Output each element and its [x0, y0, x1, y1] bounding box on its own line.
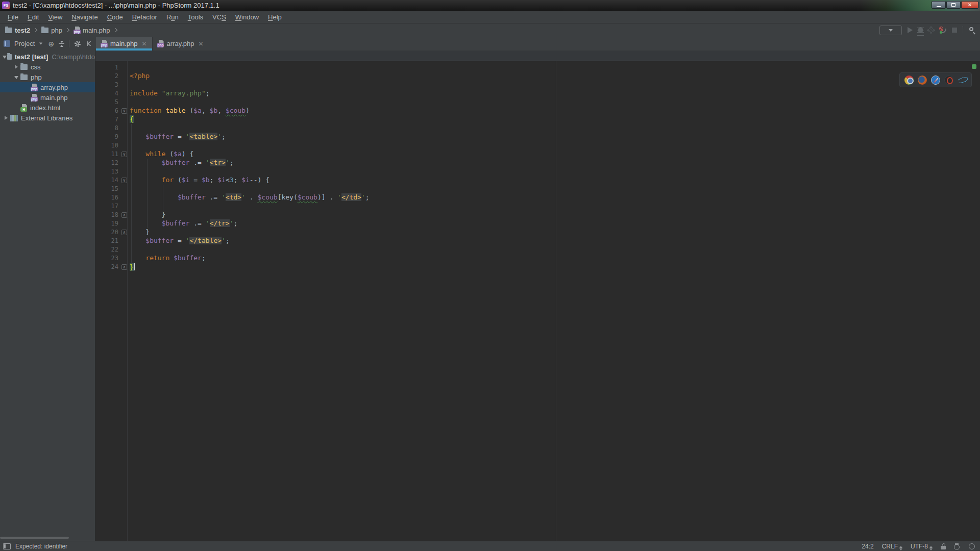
browser-opera-icon[interactable] — [944, 76, 953, 85]
tree-item-array-php[interactable]: phparray.php — [0, 82, 95, 92]
project-panel-header[interactable]: Project ⊕ — [0, 37, 95, 51]
code-line[interactable] — [130, 124, 370, 133]
code-line[interactable] — [130, 167, 370, 176]
tree-item-index-html[interactable]: Hindex.html — [0, 103, 95, 113]
tab-main-php[interactable]: phpmain.php✕ — [96, 37, 153, 51]
encoding-widget[interactable]: UTF-8 — [911, 543, 933, 550]
fold-start-marker[interactable]: ∨ — [121, 108, 127, 114]
tree-item-php[interactable]: php — [0, 72, 95, 82]
fold-start-marker[interactable]: ∨ — [121, 178, 127, 183]
breadcrumb-item-php[interactable]: php — [40, 26, 63, 35]
menu-item-vcs[interactable]: VCS — [208, 12, 231, 22]
tree-collapsed-arrow[interactable] — [12, 65, 20, 69]
gutter-row: 20∧ — [95, 228, 128, 237]
code-token: ' — [222, 237, 226, 244]
notifications-icon[interactable] — [969, 543, 975, 549]
tree-collapsed-arrow[interactable] — [2, 116, 10, 120]
code-line[interactable]: include "array.php"; — [130, 89, 370, 98]
code-line[interactable]: for ($i = $b; $i<3; $i--) { — [130, 176, 370, 185]
line-separator-widget[interactable]: CRLF — [882, 543, 902, 550]
menu-item-navigate[interactable]: Navigate — [67, 12, 102, 22]
attach-debugger-icon[interactable] — [939, 27, 946, 34]
coverage-icon[interactable] — [927, 27, 935, 34]
menu-item-code[interactable]: Code — [103, 12, 128, 22]
lock-icon[interactable] — [941, 543, 946, 549]
project-tool-window[interactable]: test2 [test]C:\xampp\htdocssphpphparray.… — [0, 51, 95, 541]
browser-safari-icon[interactable] — [931, 76, 940, 85]
run-icon[interactable] — [908, 27, 913, 33]
menu-item-tools[interactable]: Tools — [183, 12, 208, 22]
menu-item-view[interactable]: View — [43, 12, 67, 22]
browser-firefox-icon[interactable] — [918, 76, 927, 85]
code-line[interactable]: $buffer .= '</tr>'; — [130, 219, 370, 228]
debug-icon[interactable] — [918, 27, 923, 33]
code-line[interactable]: while ($a) { — [130, 150, 370, 159]
minimize-button[interactable] — [932, 1, 946, 9]
browser-ie-icon[interactable] — [958, 76, 967, 85]
tree-expanded-arrow[interactable] — [2, 55, 7, 59]
code-line[interactable]: $buffer = '<table>'; — [130, 133, 370, 141]
tree-item-external-libraries[interactable]: External Libraries — [0, 113, 95, 123]
caret-position[interactable]: 24:2 — [862, 543, 873, 550]
code-line[interactable]: return $buffer; — [130, 254, 370, 263]
code-area[interactable]: <?phpinclude "array.php";function table … — [130, 63, 370, 271]
code-line[interactable]: } — [130, 211, 370, 219]
close-button[interactable]: ✕ — [961, 1, 978, 9]
gutter-row: 12 — [95, 159, 128, 167]
maximize-button[interactable] — [946, 1, 961, 9]
breadcrumb-item-test2[interactable]: test2 — [4, 26, 31, 35]
inspection-status-icon[interactable] — [972, 64, 976, 69]
open-in-browser-bar — [899, 72, 972, 87]
tree-item-css[interactable]: css — [0, 62, 95, 72]
menu-item-help[interactable]: Help — [263, 12, 286, 22]
fold-start-marker[interactable]: ∨ — [121, 152, 127, 157]
tree-item-main-php[interactable]: phpmain.php — [0, 92, 95, 103]
project-panel-icon — [4, 40, 10, 47]
code-line[interactable]: <?php — [130, 72, 370, 81]
code-line[interactable]: { — [130, 115, 370, 124]
run-configuration-dropdown[interactable] — [879, 26, 902, 35]
horizontal-scrollbar[interactable] — [0, 537, 69, 539]
menu-item-edit[interactable]: Edit — [23, 12, 43, 22]
code-line[interactable]: function table ($a, $b, $coub) — [130, 107, 370, 115]
tree-expanded-arrow[interactable] — [12, 76, 20, 79]
menu-item-window[interactable]: Window — [231, 12, 263, 22]
fold-end-marker[interactable]: ∧ — [121, 264, 127, 270]
code-line[interactable] — [130, 98, 370, 107]
settings-gear-icon[interactable] — [74, 40, 81, 47]
menu-item-file[interactable]: File — [3, 12, 23, 22]
tab-array-php[interactable]: phparray.php✕ — [153, 37, 209, 51]
tool-window-toggle-icon[interactable] — [3, 543, 11, 549]
fold-end-marker[interactable]: ∧ — [121, 212, 127, 218]
tree-item-test2-test-[interactable]: test2 [test]C:\xampp\htdo — [0, 52, 95, 62]
code-line[interactable] — [130, 245, 370, 254]
collapse-all-icon[interactable] — [59, 41, 64, 47]
chevron-down-icon[interactable] — [39, 43, 42, 45]
code-token: $i — [182, 176, 190, 184]
tab-close-icon[interactable]: ✕ — [199, 40, 204, 47]
code-line[interactable]: $buffer .= '<td>' . $coub[key($coub)] . … — [130, 193, 370, 202]
hide-panel-icon[interactable] — [86, 40, 92, 47]
code-line[interactable] — [130, 63, 370, 72]
code-line[interactable]: } — [130, 228, 370, 237]
locate-file-icon[interactable]: ⊕ — [48, 40, 54, 47]
search-everywhere-icon[interactable] — [969, 27, 976, 34]
highlighting-level-icon[interactable] — [954, 543, 961, 550]
fold-end-marker[interactable]: ∧ — [121, 230, 127, 235]
code-line[interactable]: $buffer .= '<tr>'; — [130, 159, 370, 167]
code-line[interactable] — [130, 202, 370, 211]
code-token — [130, 237, 145, 244]
menu-item-refactor[interactable]: Refactor — [128, 12, 162, 22]
breadcrumb-item-main-php[interactable]: phpmain.php — [72, 26, 111, 35]
code-line[interactable] — [130, 185, 370, 193]
gutter-row: 23 — [95, 254, 128, 263]
tab-close-icon[interactable]: ✕ — [141, 40, 146, 47]
code-line[interactable]: $buffer = '</table>'; — [130, 237, 370, 245]
code-line[interactable]: } — [130, 263, 370, 271]
code-line[interactable] — [130, 141, 370, 150]
menu-item-run[interactable]: Run — [162, 12, 183, 22]
code-line[interactable] — [130, 81, 370, 89]
browser-chrome-icon[interactable] — [904, 76, 914, 85]
code-editor[interactable]: 123456∨7891011∨121314∨15161718∧1920∧2122… — [95, 61, 980, 541]
stop-icon[interactable] — [952, 28, 957, 33]
